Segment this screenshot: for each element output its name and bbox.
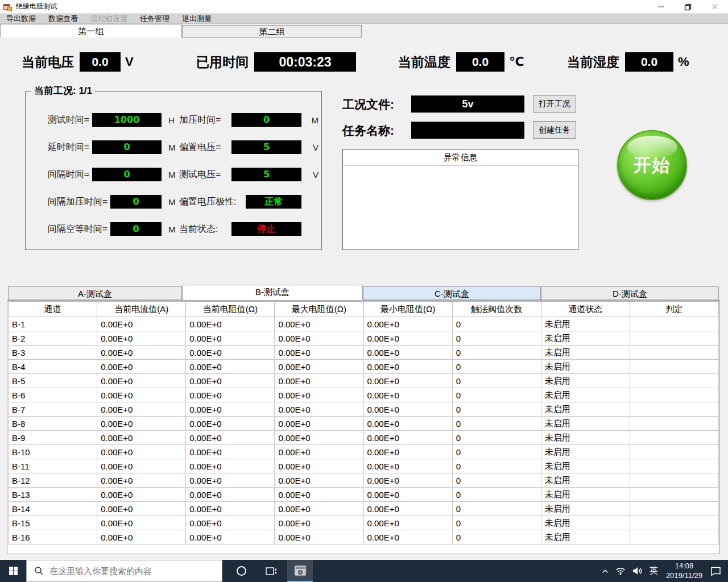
cell[interactable]: 0.00E+0 <box>186 473 275 488</box>
cell[interactable]: 0.00E+0 <box>97 488 186 502</box>
menu-item-5[interactable]: 退出测量 <box>176 14 218 24</box>
tab-testbox-b[interactable]: B-测试盒 <box>182 285 363 300</box>
cell[interactable]: 0 <box>452 388 541 402</box>
cell[interactable]: 未启用 <box>541 317 630 331</box>
cell[interactable]: 0.00E+0 <box>275 360 363 374</box>
cell[interactable]: 未启用 <box>541 516 630 530</box>
cell[interactable]: B-16 <box>9 530 97 544</box>
cell[interactable]: 未启用 <box>541 374 630 388</box>
cell[interactable]: B-8 <box>9 417 97 431</box>
cell[interactable]: 0.00E+0 <box>97 317 186 331</box>
cell[interactable]: 0.00E+0 <box>275 488 363 502</box>
table-row-b-16[interactable]: B-160.00E+00.00E+00.00E+00.00E+00未启用 <box>9 530 719 544</box>
cell[interactable]: 0.00E+0 <box>186 488 275 502</box>
cell[interactable]: B-1 <box>9 317 97 331</box>
cell[interactable]: 未启用 <box>541 346 630 360</box>
cell[interactable]: 0.00E+0 <box>275 331 363 346</box>
cell[interactable]: B-2 <box>9 331 97 346</box>
table-row-b-3[interactable]: B-30.00E+00.00E+00.00E+00.00E+00未启用 <box>9 346 719 360</box>
cell[interactable]: 0.00E+0 <box>275 459 363 473</box>
exception-list[interactable] <box>343 165 578 250</box>
cell[interactable]: B-11 <box>9 459 97 473</box>
cell[interactable]: 0 <box>452 317 541 331</box>
table-row-b-2[interactable]: B-20.00E+00.00E+00.00E+00.00E+00未启用 <box>9 331 719 346</box>
cell[interactable]: 0.00E+0 <box>97 530 186 544</box>
cell[interactable]: 0.00E+0 <box>275 431 363 445</box>
cortana-button[interactable] <box>230 560 253 582</box>
cell[interactable]: 0.00E+0 <box>97 388 186 402</box>
cell[interactable] <box>630 530 718 544</box>
cell[interactable]: 0.00E+0 <box>97 445 186 459</box>
cell[interactable]: 0.00E+0 <box>186 459 275 473</box>
wifi-icon[interactable] <box>612 560 629 582</box>
cell[interactable]: B-3 <box>9 346 97 360</box>
cell[interactable]: 0.00E+0 <box>363 360 452 374</box>
cell[interactable]: 0.00E+0 <box>363 445 452 459</box>
task-view-button[interactable] <box>260 560 283 582</box>
cell[interactable]: B-13 <box>9 488 97 502</box>
cell[interactable]: 0.00E+0 <box>97 346 186 360</box>
cell[interactable]: 未启用 <box>541 488 630 502</box>
cell[interactable]: 0.00E+0 <box>363 388 452 402</box>
cell[interactable] <box>630 417 718 431</box>
cell[interactable]: 未启用 <box>541 331 630 346</box>
create-task-button[interactable]: 创建任务 <box>533 121 576 139</box>
cell[interactable]: 0.00E+0 <box>275 502 363 516</box>
cell[interactable]: 0.00E+0 <box>186 516 275 530</box>
table-row-b-8[interactable]: B-80.00E+00.00E+00.00E+00.00E+00未启用 <box>9 417 719 431</box>
cell[interactable]: B-14 <box>9 502 97 516</box>
cell[interactable]: 未启用 <box>541 502 630 516</box>
cell[interactable]: 0.00E+0 <box>186 502 275 516</box>
minimize-icon[interactable] <box>648 0 675 14</box>
cell[interactable]: 0.00E+0 <box>275 473 363 488</box>
cell[interactable]: 0.00E+0 <box>363 516 452 530</box>
table-row-b-4[interactable]: B-40.00E+00.00E+00.00E+00.00E+00未启用 <box>9 360 719 374</box>
cell[interactable]: 0.00E+0 <box>97 431 186 445</box>
cell[interactable] <box>630 360 718 374</box>
cell[interactable] <box>630 331 718 346</box>
cell[interactable]: 0 <box>452 488 541 502</box>
cell[interactable]: 0.00E+0 <box>186 374 275 388</box>
cell[interactable]: 0.00E+0 <box>97 331 186 346</box>
cell[interactable]: 未启用 <box>541 459 630 473</box>
cell[interactable]: 0.00E+0 <box>186 445 275 459</box>
cell[interactable] <box>630 445 718 459</box>
cell[interactable]: 0.00E+0 <box>186 346 275 360</box>
tab-group-2[interactable]: 第二组 <box>182 25 362 38</box>
cell[interactable]: 0.00E+0 <box>363 502 452 516</box>
cell[interactable]: 0.00E+0 <box>97 417 186 431</box>
cell[interactable] <box>630 388 718 402</box>
cell[interactable]: 未启用 <box>541 445 630 459</box>
table-row-b-10[interactable]: B-100.00E+00.00E+00.00E+00.00E+00未启用 <box>9 445 719 459</box>
table-row-b-11[interactable]: B-110.00E+00.00E+00.00E+00.00E+00未启用 <box>9 459 719 473</box>
cell[interactable]: 0.00E+0 <box>97 459 186 473</box>
cell[interactable]: 0 <box>452 459 541 473</box>
cell[interactable]: 0.00E+0 <box>363 374 452 388</box>
search-input[interactable] <box>49 566 222 576</box>
cell[interactable]: 0.00E+0 <box>275 402 363 417</box>
cell[interactable]: 0.00E+0 <box>275 516 363 530</box>
cell[interactable]: 未启用 <box>541 388 630 402</box>
cell[interactable]: 0 <box>452 502 541 516</box>
cell[interactable]: 0 <box>452 360 541 374</box>
cell[interactable] <box>630 516 718 530</box>
cell[interactable]: 0.00E+0 <box>275 374 363 388</box>
cell[interactable]: 0 <box>452 374 541 388</box>
cell[interactable]: 0 <box>452 473 541 488</box>
cell[interactable]: 0.00E+0 <box>186 331 275 346</box>
table-row-b-9[interactable]: B-90.00E+00.00E+00.00E+00.00E+00未启用 <box>9 431 719 445</box>
cell[interactable]: 0.00E+0 <box>363 417 452 431</box>
cell[interactable]: 0.00E+0 <box>363 459 452 473</box>
table-row-b-7[interactable]: B-70.00E+00.00E+00.00E+00.00E+00未启用 <box>9 402 719 417</box>
cell[interactable] <box>630 473 718 488</box>
tray-chevron-up-icon[interactable] <box>598 560 612 582</box>
cell[interactable]: 0.00E+0 <box>275 388 363 402</box>
cell[interactable]: 0.00E+0 <box>275 445 363 459</box>
cell[interactable]: 未启用 <box>541 473 630 488</box>
cell[interactable]: 0 <box>452 431 541 445</box>
cell[interactable]: 0.00E+0 <box>97 516 186 530</box>
cell[interactable]: 0.00E+0 <box>186 317 275 331</box>
cell[interactable]: 0.00E+0 <box>275 317 363 331</box>
ime-indicator[interactable]: 英 <box>646 560 661 582</box>
cell[interactable]: 0 <box>452 331 541 346</box>
